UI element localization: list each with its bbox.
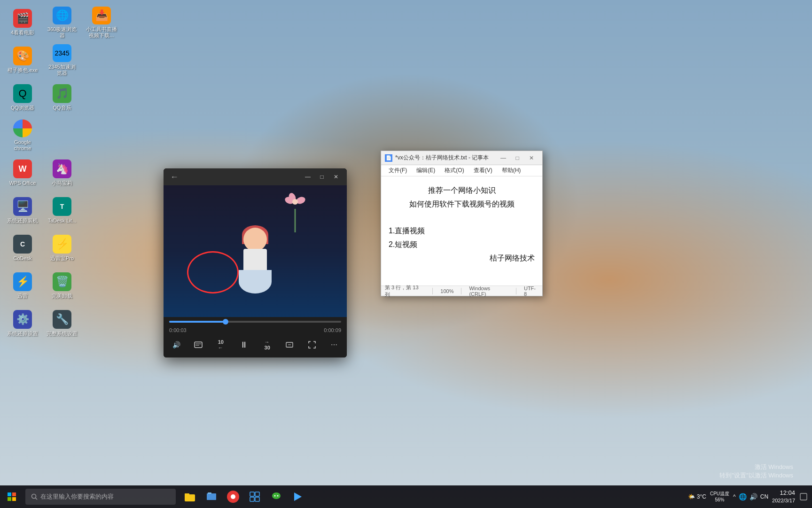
pony-icon: 🦄 [53, 159, 71, 178]
chrome-icon-label: Google chrome [7, 139, 39, 151]
desktop-icon-tadesk[interactable]: T TaDesk Lit... [44, 193, 80, 229]
downloader-icon-label: 小工具书直播视频下载... [86, 26, 117, 39]
video-titlebar: ← — □ ✕ [164, 168, 347, 185]
video-control-buttons: 🔊 10← ⏸ →30 [169, 337, 341, 353]
taskbar-search-placeholder: 在这里输入你要搜索的内容 [40, 492, 114, 501]
desktop-icon-xunlei[interactable]: ⚡ 迅雷 [5, 268, 40, 304]
notepad-menu-edit[interactable]: 编辑(E) [413, 166, 439, 175]
video-progress-fill [169, 321, 226, 323]
video-more-button[interactable]: ⋯ [327, 338, 341, 352]
video-close-button[interactable]: ✕ [329, 170, 343, 184]
notepad-menu-help[interactable]: 帮助(H) [498, 166, 525, 175]
notification-button[interactable] [799, 492, 808, 501]
video-back-button[interactable]: ← [167, 170, 181, 184]
video-expand-button[interactable] [305, 338, 319, 352]
notepad-close-button[interactable]: ✕ [524, 151, 539, 165]
qq-browser-icon-label: QQ浏览器 [11, 105, 34, 111]
taskbar-app-wechat[interactable] [266, 486, 287, 507]
video-maximize-button[interactable]: □ [315, 170, 329, 184]
desktop-icon-codesk[interactable]: C CoDesk [5, 230, 40, 266]
desktop-icon-qq-music[interactable]: 🎵 QQ音乐 [44, 80, 80, 116]
video-controls: 0:00:03 0:00:09 🔊 10← ⏸ →30 [164, 317, 347, 357]
notepad-encoding: UTF-8 [524, 286, 539, 297]
taskbar-app-explorer[interactable] [180, 486, 200, 507]
video-content[interactable] [164, 185, 347, 317]
video-minimize-button[interactable]: — [301, 170, 315, 184]
tray-volume-icon[interactable]: 🔊 [750, 493, 757, 500]
taskbar-app-files[interactable] [201, 486, 222, 507]
temperature: 3°C [697, 493, 706, 500]
svg-rect-5 [8, 492, 11, 496]
video-screen-mode-button[interactable] [282, 338, 297, 352]
restore-icon: 🖥️ [13, 197, 32, 216]
downloader-icon: 📥 [92, 7, 111, 24]
desktop-icon-2345[interactable]: 2345 2345加速浏览器 [44, 42, 80, 78]
notepad-menu-file[interactable]: 文件(F) [385, 166, 411, 175]
codesk-icon-label: CoDesk [13, 255, 31, 262]
desktop-icon-360[interactable]: 🌐 360极速浏览器 [44, 5, 80, 40]
desktop-icon-sys-settings[interactable]: 🔧 完整系统设置 [44, 306, 80, 341]
weather-indicator: 🌤️ 3°C [688, 493, 706, 500]
taskbar-time: 12:04 [772, 489, 795, 497]
taskbar-app-media[interactable] [288, 486, 308, 507]
desktop-icon-qq-browser[interactable]: Q QQ浏览器 [5, 80, 40, 116]
video-play-pause-button[interactable]: ⏸ [236, 337, 252, 353]
notepad-line-5: 2.短视频 [389, 238, 535, 252]
svg-rect-18 [255, 497, 259, 501]
video-volume-button[interactable]: 🔊 [169, 338, 183, 352]
notepad-minimize-button[interactable]: — [496, 151, 510, 165]
2345-icon-label: 2345加速浏览器 [46, 64, 78, 76]
red-circle-annotation [187, 251, 239, 294]
360-icon: 🌐 [53, 7, 71, 24]
taskbar: 在这里输入你要搜索的内容 [0, 485, 812, 508]
notepad-menu-format[interactable]: 格式(O) [441, 166, 468, 175]
taskbar-date: 2022/3/17 [772, 497, 795, 504]
taskbar-clock[interactable]: 12:04 2022/3/17 [772, 489, 795, 505]
sys-settings-icon-label: 完整系统设置 [47, 331, 78, 337]
video-subtitle-button[interactable] [191, 338, 205, 352]
desktop-icon-orange[interactable]: 🎨 橙子换色.exe [5, 42, 40, 78]
svg-rect-6 [12, 492, 16, 496]
weather-icon: 🌤️ [688, 493, 695, 500]
cpu-indicator: CPU温度 56% [710, 491, 729, 502]
desktop-icon-sys-restore[interactable]: ⚙️ 系统还原设置 [5, 306, 40, 341]
svg-rect-0 [195, 342, 202, 348]
desktop-icon-restore[interactable]: 🖥️ 系统还原装机 [5, 193, 40, 229]
video-forward-button[interactable]: →30 [260, 338, 274, 352]
notepad-menu-view[interactable]: 查看(V) [470, 166, 496, 175]
2345-icon: 2345 [53, 44, 71, 62]
tray-keyboard-icon[interactable]: CN [760, 493, 768, 500]
movie-icon: 🎬 [13, 9, 32, 28]
desktop-icon-uninstall[interactable]: 🗑️ 完美卸载 [44, 268, 80, 304]
taskbar-search-bar[interactable]: 在这里输入你要搜索的内容 [25, 489, 176, 505]
desktop-icon-pony[interactable]: 🦄 小马宝莉 [44, 155, 80, 191]
tray-arrow-icon[interactable]: ^ [733, 493, 736, 500]
taskbar-app-buttons [180, 486, 308, 507]
video-flower [281, 195, 309, 232]
notepad-content-area[interactable]: 推荐一个网络小知识 如何使用软件下载视频号的视频 1.直播视频 2.短视频 桔子… [381, 176, 542, 282]
desktop-icon-xunlei-pro[interactable]: ⚡ 迅雷宝Pro [44, 230, 80, 266]
wps-icon-label: WPS Office [9, 180, 36, 186]
desktop-icon-movie[interactable]: 🎬 4看看电影 [5, 5, 40, 40]
xunlei-icon: ⚡ [13, 272, 32, 291]
desktop-icon-wps[interactable]: W WPS Office [5, 155, 40, 191]
notepad-maximize-button[interactable]: □ [510, 151, 524, 165]
svg-rect-13 [207, 493, 216, 500]
notepad-line-6: 桔子网络技术 [389, 252, 535, 265]
taskbar-app-taskview[interactable] [244, 486, 265, 507]
desktop-icon-downloader[interactable]: 📥 小工具书直播视频下载... [84, 5, 119, 40]
video-player-window: ← — □ ✕ [164, 168, 347, 357]
video-scene [164, 185, 347, 317]
qq-music-icon: 🎵 [53, 84, 71, 103]
desktop-icon-chrome[interactable]: Google chrome [5, 118, 40, 153]
notepad-line-3 [389, 211, 535, 225]
notepad-line-2: 如何使用软件下载视频号的视频 [389, 198, 535, 211]
video-rewind-button[interactable]: 10← [214, 338, 228, 352]
taskbar-app-record[interactable] [223, 486, 243, 507]
char-skirt [239, 270, 272, 294]
notepad-zoom: 100% [440, 288, 453, 294]
start-button[interactable] [0, 485, 23, 508]
video-progress-bar[interactable] [169, 321, 341, 323]
flower-stem [295, 209, 296, 232]
tray-network-icon[interactable]: 🌐 [739, 493, 747, 500]
